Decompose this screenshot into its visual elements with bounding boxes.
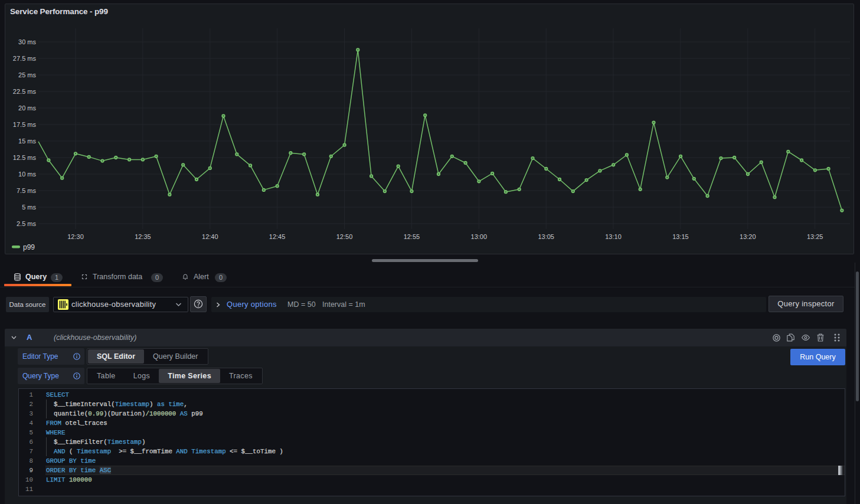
svg-text:5 ms: 5 ms [22, 204, 36, 211]
svg-text:12.5 ms: 12.5 ms [13, 154, 37, 161]
svg-text:12:30: 12:30 [67, 233, 84, 240]
svg-text:2.5 ms: 2.5 ms [17, 220, 37, 227]
svg-text:15 ms: 15 ms [18, 138, 36, 145]
svg-text:12:40: 12:40 [202, 233, 218, 240]
svg-text:13:25: 13:25 [807, 233, 823, 240]
svg-text:25 ms: 25 ms [18, 71, 36, 78]
svg-text:13:15: 13:15 [672, 233, 689, 240]
svg-text:13:10: 13:10 [605, 233, 622, 240]
svg-text:12:45: 12:45 [269, 233, 286, 240]
svg-text:13:20: 13:20 [740, 233, 756, 240]
svg-text:12:35: 12:35 [135, 233, 151, 240]
svg-text:30 ms: 30 ms [18, 38, 36, 45]
svg-text:17.5 ms: 17.5 ms [13, 121, 37, 128]
svg-text:7.5 ms: 7.5 ms [17, 187, 37, 194]
svg-text:13:00: 13:00 [471, 233, 488, 240]
svg-text:12:55: 12:55 [404, 233, 420, 240]
svg-text:10 ms: 10 ms [18, 171, 36, 178]
svg-text:22.5 ms: 22.5 ms [13, 88, 37, 95]
svg-text:13:05: 13:05 [538, 233, 554, 240]
svg-text:p99: p99 [23, 243, 35, 251]
svg-text:27.5 ms: 27.5 ms [13, 55, 37, 62]
svg-text:12:50: 12:50 [336, 233, 353, 240]
svg-text:20 ms: 20 ms [18, 104, 36, 112]
